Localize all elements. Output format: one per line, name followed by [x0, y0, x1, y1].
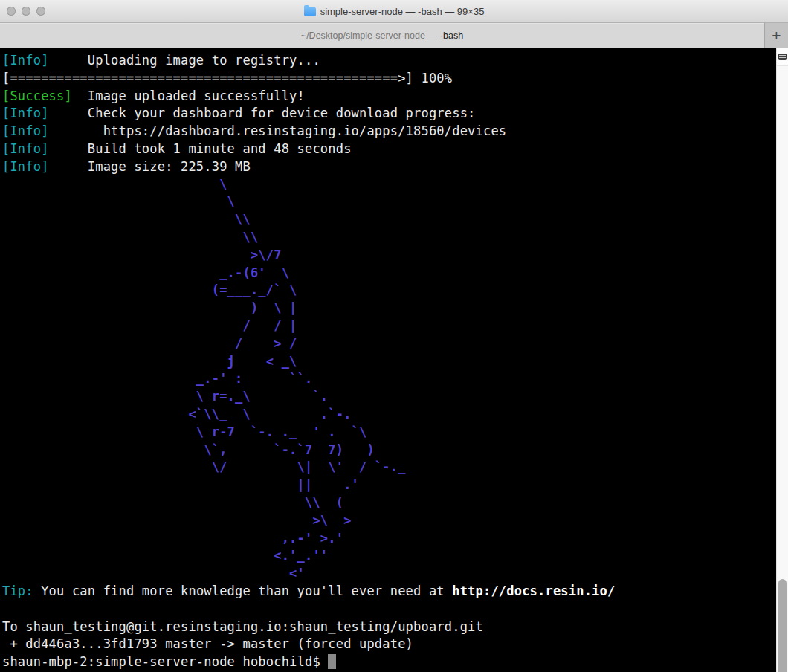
minimize-button[interactable]: [22, 7, 30, 16]
text-segment: >\ >: [2, 513, 352, 528]
tab-bar: ~/Desktop/simple-server-node — -bash +: [0, 23, 788, 48]
terminal-line: / / |: [2, 317, 788, 335]
text-segment: Build took 1 minute and 48 seconds: [49, 141, 352, 156]
terminal-line: [Success] Image uploaded successfully!: [2, 88, 788, 106]
terminal-line: ,.-' >.': [2, 530, 788, 548]
text-segment: >\/7: [2, 248, 282, 262]
terminal-line: \/ \| \' / `-._: [2, 459, 788, 476]
folder-icon: [304, 7, 316, 16]
scrollbar-thumb[interactable]: [778, 579, 787, 672]
terminal-line: (=___._/` \: [2, 282, 788, 300]
text-segment: || .': [2, 477, 359, 492]
text-segment: \`, `-.`7 7) ): [2, 442, 375, 457]
text-segment: ,.-' >.': [2, 531, 343, 546]
text-segment: _.-(6' \: [2, 265, 289, 280]
text-segment: Check your dashboard for device download…: [49, 106, 476, 120]
text-segment: / / |: [2, 318, 297, 333]
terminal-line: <`\\_ \ .`-.: [2, 406, 788, 424]
text-segment: [=======================================…: [2, 71, 452, 85]
terminal-line: To shaun_testing@git.resinstaging.io:sha…: [2, 618, 788, 636]
text-segment: j < _\: [2, 354, 297, 369]
window-title-group: simple-server-node — -bash — 99×35: [304, 6, 485, 17]
close-button[interactable]: [7, 7, 16, 16]
terminal-line: \\: [2, 229, 788, 247]
text-segment: \/ \| \' / `-._: [2, 459, 406, 474]
terminal-line: \ r=._\ `.: [2, 388, 788, 406]
text-segment: You can find more knowledge than you'll …: [33, 584, 452, 598]
terminal-line: \`, `-.`7 7) ): [2, 442, 788, 459]
text-segment: Image size: 225.39 MB: [49, 159, 251, 174]
text-segment: shaun-mbp-2:simple-server-node hobochild…: [2, 654, 328, 669]
terminal-line: \\ (: [2, 494, 788, 512]
terminal-line: \: [2, 176, 788, 194]
text-segment: To shaun_testing@git.resinstaging.io:sha…: [2, 619, 483, 634]
scrollbar-track[interactable]: [776, 48, 788, 672]
text-segment: [Info]: [2, 106, 49, 120]
text-segment: \: [2, 194, 235, 209]
terminal-line: / > /: [2, 335, 788, 353]
terminal-line: Tip: You can find more knowledge than yo…: [2, 583, 788, 601]
terminal-line: [Info] Uploading image to registry...: [2, 52, 788, 70]
text-segment: \\: [2, 212, 251, 227]
terminal-screen[interactable]: [Info] Uploading image to registry...[==…: [0, 48, 788, 672]
terminal-line: \: [2, 193, 788, 211]
terminal-line: <.'_.'': [2, 547, 788, 565]
terminal-line: <': [2, 565, 788, 583]
terminal-cursor: [328, 654, 335, 669]
text-segment: <': [2, 566, 305, 581]
text-segment: [Success]: [2, 88, 72, 103]
zoom-button[interactable]: [36, 7, 45, 16]
text-segment: <`\\_ \ .`-.: [2, 407, 352, 421]
terminal-line: \ r-7 `-. ._ ' . `\: [2, 424, 788, 442]
text-segment: [Info]: [2, 123, 49, 138]
terminal-line: j < _\: [2, 353, 788, 371]
tab-active[interactable]: ~/Desktop/simple-server-node — -bash: [0, 23, 764, 48]
terminal-line: || .': [2, 476, 788, 494]
text-segment: + dd446a3...3fd1793 master -> master (fo…: [2, 636, 413, 651]
tab-title-path: ~/Desktop/simple-server-node —: [301, 30, 437, 41]
text-segment: \\: [2, 230, 258, 245]
split-pane-button[interactable]: [777, 48, 788, 66]
terminal-line: >\/7: [2, 247, 788, 265]
text-segment: (=___._/` \: [2, 282, 297, 297]
tab-title-process: -bash: [440, 30, 463, 41]
text-segment: \\ (: [2, 495, 343, 510]
text-segment: http://docs.resin.io/: [452, 584, 615, 598]
window-title: simple-server-node — -bash — 99×35: [320, 6, 485, 17]
text-segment: \ r=._\ `.: [2, 389, 328, 404]
terminal-line: ) \ |: [2, 300, 788, 317]
text-segment: \ r-7 `-. ._ ' . `\: [2, 424, 366, 439]
terminal-line: shaun-mbp-2:simple-server-node hobochild…: [2, 653, 788, 671]
terminal-line: [Info] Image size: 225.39 MB: [2, 158, 788, 176]
text-segment: Image uploaded successfully!: [72, 88, 305, 103]
terminal-line: >\ >: [2, 512, 788, 530]
terminal-line: _.-' : ``.: [2, 370, 788, 388]
text-segment: https://dashboard.resinstaging.io/apps/1…: [49, 123, 507, 138]
titlebar[interactable]: simple-server-node — -bash — 99×35: [0, 0, 788, 23]
text-segment: <.'_.'': [2, 548, 328, 563]
terminal-line: [Info] https://dashboard.resinstaging.io…: [2, 123, 788, 140]
terminal-line: [Info] Check your dashboard for device d…: [2, 105, 788, 123]
terminal-line: _.-(6' \: [2, 265, 788, 282]
terminal-line: [Info] Build took 1 minute and 48 second…: [2, 140, 788, 158]
terminal-line: \\: [2, 211, 788, 229]
text-segment: ) \ |: [2, 300, 297, 315]
split-pane-icon: [778, 54, 787, 60]
text-segment: Tip:: [2, 584, 33, 598]
terminal-output: [Info] Uploading image to registry...[==…: [0, 48, 788, 671]
text-segment: [Info]: [2, 159, 49, 174]
text-segment: Uploading image to registry...: [49, 53, 320, 68]
new-tab-button[interactable]: +: [764, 23, 788, 48]
text-segment: / > /: [2, 336, 297, 351]
text-segment: \: [2, 177, 227, 192]
text-segment: [Info]: [2, 141, 49, 156]
terminal-line: [=======================================…: [2, 70, 788, 88]
terminal-window: simple-server-node — -bash — 99×35 ~/Des…: [0, 0, 788, 672]
traffic-lights: [7, 0, 45, 22]
text-segment: _.-' : ``.: [2, 371, 312, 386]
text-segment: [Info]: [2, 53, 49, 68]
terminal-line: [2, 601, 788, 618]
terminal-line: + dd446a3...3fd1793 master -> master (fo…: [2, 636, 788, 653]
